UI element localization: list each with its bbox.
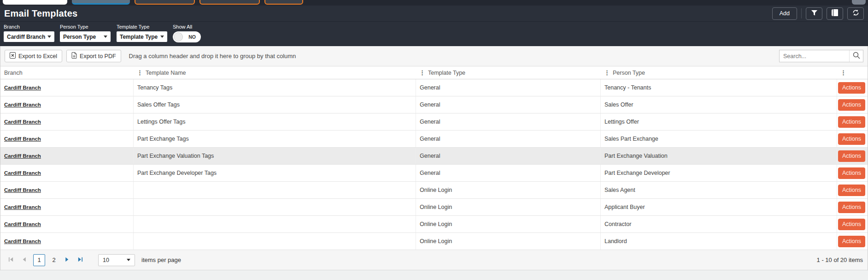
table-row: Cardiff Branch Online Login Contractor A… <box>0 216 868 233</box>
actions-button[interactable]: Actions <box>838 167 865 179</box>
template-type-cell: General <box>416 79 600 96</box>
pager-summary: 1 - 10 of 20 items <box>817 256 863 263</box>
column-header-template-name-label: Template Name <box>146 70 186 76</box>
actions-button[interactable]: Actions <box>838 82 865 94</box>
chevron-down-icon <box>160 36 164 38</box>
table-row: Cardiff Branch Sales Offer Tags General … <box>0 96 868 113</box>
person-type-cell: Part Exchange Developer <box>600 165 837 181</box>
branch-link[interactable]: Cardiff Branch <box>4 85 41 90</box>
search-input[interactable] <box>780 50 849 62</box>
book-button[interactable] <box>827 7 843 20</box>
pager: 1 2 10 items per page 1 - 10 of 20 items <box>0 250 868 270</box>
branch-link[interactable]: Cardiff Branch <box>4 102 41 107</box>
template-type-filter-group: Template Type Template Type <box>117 24 167 42</box>
actions-button[interactable]: Actions <box>838 150 865 162</box>
actions-button[interactable]: Actions <box>838 185 865 196</box>
branch-cell: Cardiff Branch <box>0 96 133 113</box>
template-type-cell: General <box>416 165 600 181</box>
actions-button[interactable]: Actions <box>838 133 865 145</box>
template-name-cell: Tenancy Tags <box>133 79 416 96</box>
email-templates-grid: Export to Excel Export to PDF Drag a col… <box>0 46 868 270</box>
column-menu-icon[interactable] <box>419 70 425 76</box>
page-size-dropdown[interactable]: 10 <box>98 254 135 266</box>
person-type-dropdown[interactable]: Person Type <box>60 31 111 42</box>
toggle-knob <box>174 32 183 42</box>
actions-cell: Actions <box>837 148 868 164</box>
column-header-template-type[interactable]: Template Type <box>416 66 600 79</box>
toolbar-divider <box>801 8 802 18</box>
template-type-dropdown[interactable]: Template Type <box>117 31 167 42</box>
add-button[interactable]: Add <box>772 7 797 20</box>
column-header-branch-label: Branch <box>4 70 23 76</box>
branch-dropdown[interactable]: Cardiff Branch <box>4 31 54 42</box>
column-header-person-type[interactable]: Person Type <box>600 66 837 79</box>
column-menu-icon[interactable] <box>840 70 846 76</box>
cutoff-tab-white[interactable] <box>3 0 67 5</box>
branch-link[interactable]: Cardiff Branch <box>4 204 41 210</box>
branch-filter-group: Branch Cardiff Branch <box>4 24 54 42</box>
previous-page-button[interactable] <box>18 255 29 266</box>
cutoff-tab-blue[interactable] <box>72 0 130 5</box>
column-header-actions[interactable] <box>837 66 868 79</box>
branch-cell: Cardiff Branch <box>0 199 133 215</box>
actions-button[interactable]: Actions <box>838 116 865 128</box>
actions-button[interactable]: Actions <box>838 99 865 111</box>
chevron-down-icon <box>47 36 51 38</box>
branch-link[interactable]: Cardiff Branch <box>4 170 41 176</box>
refresh-button[interactable] <box>847 7 864 20</box>
previous-page-icon <box>21 256 27 264</box>
grid-toolbar: Export to Excel Export to PDF Drag a col… <box>0 46 868 66</box>
filter-button[interactable] <box>806 7 822 20</box>
export-pdf-button[interactable]: Export to PDF <box>66 50 121 62</box>
branch-link[interactable]: Cardiff Branch <box>4 238 41 244</box>
cutoff-tab-orange-1[interactable] <box>135 0 195 5</box>
title-actions: Add <box>772 7 864 20</box>
template-type-cell: Online Login <box>416 233 600 250</box>
actions-cell: Actions <box>837 96 868 113</box>
chevron-down-icon <box>127 259 130 261</box>
email-templates-page: Email Templates Add <box>0 0 868 280</box>
cutoff-tab-orange-2[interactable] <box>199 0 260 5</box>
template-type-dropdown-value: Template Type <box>120 34 158 40</box>
branch-link[interactable]: Cardiff Branch <box>4 187 41 193</box>
person-type-cell: Applicant Buyer <box>600 199 837 215</box>
column-menu-icon[interactable] <box>137 70 143 76</box>
next-page-button[interactable] <box>61 255 72 266</box>
search-button[interactable] <box>849 50 863 62</box>
template-name-cell <box>133 182 416 198</box>
branch-link[interactable]: Cardiff Branch <box>4 221 41 227</box>
top-tab-strip <box>0 0 868 6</box>
last-page-icon <box>77 256 83 264</box>
first-page-button[interactable] <box>5 255 16 266</box>
actions-button[interactable]: Actions <box>838 219 865 230</box>
search-box <box>779 50 863 62</box>
last-page-button[interactable] <box>75 255 86 266</box>
first-page-icon <box>8 256 14 264</box>
actions-cell: Actions <box>837 233 868 250</box>
search-icon <box>853 52 860 60</box>
excel-icon <box>10 52 16 60</box>
actions-cell: Actions <box>837 165 868 181</box>
table-row: Cardiff Branch Online Login Landlord Act… <box>0 233 868 250</box>
actions-button[interactable]: Actions <box>838 202 865 213</box>
pager-page-2[interactable]: 2 <box>48 254 60 266</box>
column-header-template-name[interactable]: Template Name <box>133 66 416 79</box>
book-icon <box>832 9 838 18</box>
cutoff-tab-orange-3[interactable] <box>264 0 303 5</box>
branch-cell: Cardiff Branch <box>0 233 133 250</box>
branch-link[interactable]: Cardiff Branch <box>4 153 41 159</box>
pager-page-1[interactable]: 1 <box>33 254 45 266</box>
branch-link[interactable]: Cardiff Branch <box>4 136 41 142</box>
cutoff-tab-gray[interactable] <box>852 0 866 5</box>
table-row: Cardiff Branch Part Exchange Tags Genera… <box>0 131 868 148</box>
export-excel-button[interactable]: Export to Excel <box>5 50 62 62</box>
branch-link[interactable]: Cardiff Branch <box>4 119 41 125</box>
column-menu-icon[interactable] <box>604 70 610 76</box>
template-type-cell: Online Login <box>416 182 600 198</box>
show-all-toggle[interactable]: NO <box>173 31 201 42</box>
column-header-branch[interactable]: Branch <box>0 66 133 79</box>
branch-cell: Cardiff Branch <box>0 182 133 198</box>
actions-button[interactable]: Actions <box>838 236 865 247</box>
template-name-cell <box>133 233 416 250</box>
title-bar: Email Templates Add <box>0 6 868 21</box>
